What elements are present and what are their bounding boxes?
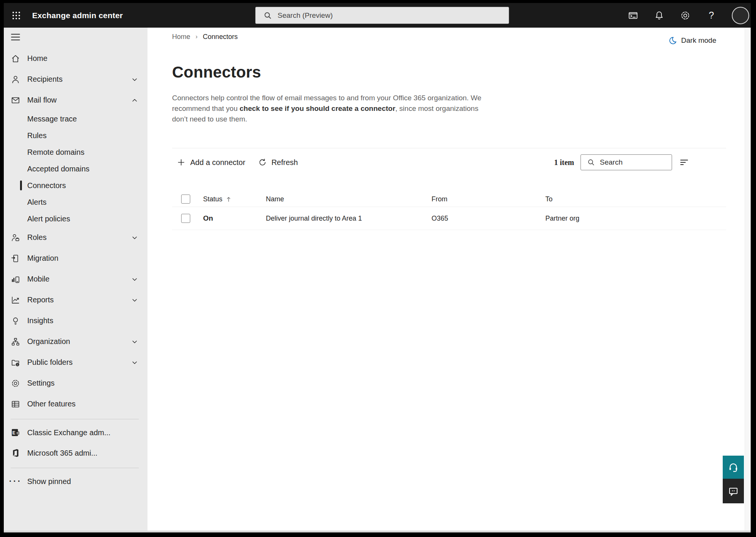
sidebar-item-insights[interactable]: Insights bbox=[4, 310, 147, 331]
sidebar-item-microsoft-365-admin[interactable]: Microsoft 365 admi... bbox=[4, 443, 147, 463]
sidebar-item-alerts[interactable]: Alerts bbox=[4, 194, 147, 210]
chevron-down-icon bbox=[131, 338, 138, 346]
selected-indicator bbox=[20, 181, 22, 190]
sidebar-item-classic-exchange-admin[interactable]: E Classic Exchange adm... bbox=[4, 422, 147, 443]
refresh-button[interactable]: Refresh bbox=[258, 158, 298, 167]
floating-action-buttons bbox=[723, 456, 744, 503]
account-avatar[interactable] bbox=[732, 7, 749, 24]
insights-icon bbox=[11, 316, 20, 326]
cloud-shell-icon[interactable] bbox=[627, 10, 639, 21]
toolbar-divider bbox=[172, 148, 726, 148]
toolbar-right-group: 1 item bbox=[554, 154, 689, 170]
global-search-input[interactable] bbox=[278, 11, 489, 20]
app-launcher-icon[interactable] bbox=[11, 10, 22, 21]
chevron-down-icon bbox=[131, 234, 138, 241]
sidebar-item-public-folders[interactable]: Public folders bbox=[4, 352, 147, 373]
global-search-box[interactable] bbox=[255, 7, 509, 24]
breadcrumb-separator-icon: › bbox=[196, 33, 197, 40]
ellipsis-icon: ··· bbox=[11, 476, 20, 486]
sidebar-item-settings[interactable]: Settings bbox=[4, 373, 147, 394]
list-search-input[interactable] bbox=[600, 158, 664, 167]
app-title: Exchange admin center bbox=[32, 11, 123, 20]
search-icon bbox=[263, 11, 272, 20]
sidebar-item-migration[interactable]: Migration bbox=[4, 248, 147, 269]
connector-from: O365 bbox=[432, 215, 545, 223]
sidebar-item-mobile[interactable]: Mobile bbox=[4, 269, 147, 290]
top-header-bar: Exchange admin center bbox=[4, 3, 751, 28]
migration-icon bbox=[11, 254, 20, 263]
sidebar-item-rules[interactable]: Rules bbox=[4, 127, 147, 144]
list-toolbar: Add a connector Refresh 1 item bbox=[172, 154, 726, 170]
sidebar-item-recipients[interactable]: Recipients bbox=[4, 69, 147, 90]
description-link[interactable]: check to see if you should create a conn… bbox=[239, 104, 395, 112]
sidebar-item-connectors[interactable]: Connectors bbox=[4, 177, 147, 194]
roles-icon bbox=[11, 233, 20, 243]
feedback-button[interactable] bbox=[723, 479, 744, 503]
screenshot-frame: Exchange admin center bbox=[0, 0, 756, 537]
waffle-grid-icon bbox=[12, 11, 21, 20]
table-header-row: Status Name From To bbox=[172, 191, 726, 207]
page-description: Connectors help control the flow of emai… bbox=[172, 93, 492, 125]
mail-icon bbox=[11, 95, 20, 105]
hamburger-menu-icon[interactable] bbox=[11, 33, 20, 41]
moon-icon bbox=[668, 36, 677, 45]
sidebar-item-accepted-domains[interactable]: Accepted domains bbox=[4, 160, 147, 177]
public-folders-icon bbox=[11, 358, 20, 367]
main-content: Home › Connectors Dark mode Connectors C… bbox=[147, 28, 751, 531]
sort-ascending-icon bbox=[225, 196, 232, 202]
sidebar-item-message-trace[interactable]: Message trace bbox=[4, 111, 147, 127]
column-header-status[interactable]: Status bbox=[203, 195, 266, 203]
header-icon-group: ? bbox=[627, 3, 749, 28]
organization-icon bbox=[11, 337, 20, 347]
gear-icon bbox=[11, 378, 20, 388]
chevron-up-icon bbox=[131, 97, 138, 104]
sidebar-item-show-pinned[interactable]: ··· Show pinned bbox=[4, 471, 147, 492]
add-connector-button[interactable]: Add a connector bbox=[177, 158, 245, 167]
item-count: 1 item bbox=[554, 158, 574, 167]
search-icon bbox=[587, 158, 595, 167]
header-checkbox-cell bbox=[172, 195, 203, 204]
reports-icon bbox=[11, 295, 20, 305]
column-header-from[interactable]: From bbox=[432, 195, 545, 203]
list-search-box[interactable] bbox=[581, 154, 672, 170]
exchange-logo-icon: E bbox=[11, 428, 20, 437]
breadcrumb-current: Connectors bbox=[203, 33, 238, 41]
bell-icon[interactable] bbox=[654, 10, 665, 21]
sidebar-item-organization[interactable]: Organization bbox=[4, 331, 147, 352]
help-icon[interactable]: ? bbox=[706, 10, 717, 21]
dark-mode-label: Dark mode bbox=[681, 36, 716, 45]
sidebar-item-mail-flow[interactable]: Mail flow bbox=[4, 90, 147, 111]
dark-mode-toggle[interactable]: Dark mode bbox=[668, 36, 716, 45]
select-all-checkbox[interactable] bbox=[181, 195, 190, 204]
chevron-down-icon bbox=[131, 276, 138, 283]
row-checkbox-cell bbox=[172, 214, 203, 223]
connector-to: Partner org bbox=[545, 215, 726, 223]
breadcrumb-home-link[interactable]: Home bbox=[172, 33, 190, 41]
chevron-down-icon bbox=[131, 76, 138, 83]
sidebar-item-home[interactable]: Home bbox=[4, 48, 147, 69]
feedback-bubble-icon bbox=[728, 486, 739, 497]
vertical-scrollbar[interactable] bbox=[745, 28, 751, 531]
help-support-button[interactable] bbox=[723, 456, 744, 479]
app-window: Exchange admin center bbox=[4, 3, 751, 532]
filter-icon[interactable] bbox=[679, 157, 689, 168]
person-icon bbox=[11, 75, 20, 84]
column-header-to[interactable]: To bbox=[545, 195, 726, 203]
sidebar-item-reports[interactable]: Reports bbox=[4, 290, 147, 310]
sidebar-divider bbox=[11, 468, 139, 468]
mobile-icon bbox=[11, 274, 20, 284]
page-title: Connectors bbox=[172, 62, 726, 82]
sidebar-item-roles[interactable]: Roles bbox=[4, 227, 147, 248]
gear-icon[interactable] bbox=[680, 10, 691, 21]
sidebar-item-remote-domains[interactable]: Remote domains bbox=[4, 144, 147, 160]
connector-name: Deliver journal directly to Area 1 bbox=[266, 215, 432, 223]
status-value: On bbox=[203, 214, 213, 223]
sidebar-item-other-features[interactable]: Other features bbox=[4, 394, 147, 414]
plus-icon bbox=[177, 158, 186, 167]
sidebar-item-alert-policies[interactable]: Alert policies bbox=[4, 210, 147, 227]
table-row[interactable]: On Deliver journal directly to Area 1 O3… bbox=[172, 207, 726, 230]
refresh-icon bbox=[258, 158, 267, 167]
connectors-table: Status Name From To On Deliver journal d… bbox=[172, 191, 726, 230]
column-header-name[interactable]: Name bbox=[266, 195, 432, 203]
row-checkbox[interactable] bbox=[181, 214, 190, 223]
